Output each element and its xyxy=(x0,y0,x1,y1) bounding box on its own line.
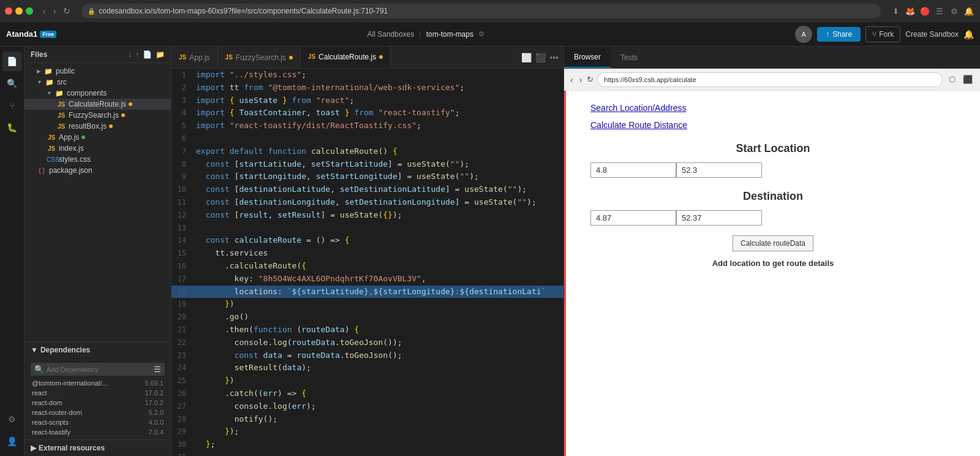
sandbox-settings-icon[interactable]: ⚙ xyxy=(478,30,484,38)
file-item-resultbox[interactable]: JS resultBox.js xyxy=(24,121,171,132)
fork-button[interactable]: ⑂ Fork xyxy=(865,26,900,42)
js-app-icon: JS xyxy=(47,134,56,141)
file-item-indexjs[interactable]: JS index.js xyxy=(24,143,171,154)
tab-browser[interactable]: Browser xyxy=(564,47,611,68)
preview-url-text: https://60xs9.csb.app/calculate xyxy=(604,76,696,83)
toolbar-right: A ↑ Share ⑂ Fork Create Sandbox 🔔 xyxy=(795,26,974,43)
editor-area: JS App.js JS FuzzySearch.js JS Calculate… xyxy=(172,47,564,456)
code-line-14: 14 const calculateRoute = () => { xyxy=(172,234,564,247)
code-line-20: 20 .go() xyxy=(172,311,564,324)
tab-appjs[interactable]: JS App.js xyxy=(172,47,218,68)
tab-fuzzysearch[interactable]: JS FuzzySearch.js xyxy=(218,47,301,68)
file-item-styles[interactable]: CSS styles.css xyxy=(24,154,171,165)
file-name-styles: styles.css xyxy=(59,155,91,164)
app-name: Atanda1 xyxy=(6,29,37,39)
preview-calculate-btn[interactable]: Calculate routeData xyxy=(733,235,813,251)
dep-item-reacttoastify: react-toastify 7.0.4 xyxy=(24,427,171,437)
chrome-maximize-btn[interactable] xyxy=(26,7,33,15)
tab-calculateroute-dot xyxy=(379,55,383,59)
user-avatar[interactable]: A xyxy=(795,26,812,43)
file-item-components[interactable]: ▼ 📁 components xyxy=(24,88,171,99)
add-dependency-search[interactable]: 🔍 ☰ xyxy=(31,363,165,376)
file-item-fuzzysearch[interactable]: JS FuzzySearch.js xyxy=(24,110,171,121)
dep-item-tomtom: @tomtom-international/... 5.69.1 xyxy=(24,378,171,388)
file-item-public[interactable]: ▶ 📁 public xyxy=(24,66,171,77)
chrome-ext-4[interactable]: ☰ xyxy=(933,7,946,16)
code-container[interactable]: 1 import "../styles.css"; 2 import tt fr… xyxy=(172,69,564,456)
chrome-minimize-btn[interactable] xyxy=(15,7,23,15)
icon-bar-account[interactable]: 👤 xyxy=(2,431,22,451)
chrome-ext-2[interactable]: 🦊 xyxy=(904,7,916,16)
dep-version-reactrouterdom: 5.2.0 xyxy=(149,409,164,416)
chrome-close-btn[interactable] xyxy=(5,7,12,15)
preview-refresh-btn[interactable]: ↻ xyxy=(587,75,594,84)
dep-name-reactrouterdom: react-router-dom xyxy=(32,409,82,416)
file-item-calculateroute[interactable]: JS CalculateRoute.js xyxy=(24,99,171,110)
folder-components-icon: 📁 xyxy=(55,89,64,97)
dependencies-header[interactable]: ▼ Dependencies xyxy=(24,341,171,358)
preview-link-calculate[interactable]: Calculate Route Distance xyxy=(590,120,956,130)
dep-menu-icon[interactable]: ☰ xyxy=(154,365,161,374)
new-folder-icon[interactable]: 📁 xyxy=(156,50,165,59)
tab-calculateroute[interactable]: JS CalculateRoute.js xyxy=(301,47,391,68)
tab-tests[interactable]: Tests xyxy=(611,47,647,68)
preview-url-bar[interactable]: https://60xs9.csb.app/calculate xyxy=(597,72,943,87)
preview-start-lat-input[interactable] xyxy=(590,162,676,178)
dep-item-reactdom: react-dom 17.0.2 xyxy=(24,398,171,408)
notification-icon[interactable]: 🔔 xyxy=(963,29,974,39)
sort-up-icon[interactable]: ↑ xyxy=(135,50,139,59)
chrome-ext-1[interactable]: ⬇ xyxy=(889,7,902,16)
folder-src-icon: 📁 xyxy=(45,78,55,86)
icon-bar-files[interactable]: 📄 xyxy=(2,51,22,71)
chrome-nav: ‹ › ↻ xyxy=(40,5,73,17)
breadcrumb-sandboxes[interactable]: All Sandboxes xyxy=(368,30,415,39)
chrome-refresh-btn[interactable]: ↻ xyxy=(61,5,73,17)
chrome-forward-btn[interactable]: › xyxy=(51,5,59,17)
preview-split-btn[interactable]: ⬛ xyxy=(960,74,975,85)
file-tree: ▶ 📁 public ▼ 📁 src ▼ 📁 components J xyxy=(24,63,171,341)
resultbox-modified-dot xyxy=(109,124,113,128)
app-logo: Atanda1 Free xyxy=(6,29,56,39)
preview-back-btn[interactable]: ‹ xyxy=(569,74,575,86)
create-sandbox-button[interactable]: Create Sandbox xyxy=(905,30,959,39)
icon-bar-git[interactable]: ⑂ xyxy=(2,96,22,115)
file-item-appjs[interactable]: JS App.js xyxy=(24,132,171,143)
external-resources-header[interactable]: ▶ External resources xyxy=(24,439,171,456)
preview-forward-btn[interactable]: › xyxy=(578,74,584,86)
lock-icon: 🔒 xyxy=(88,8,95,15)
preview-hint-text: Add location to get route details xyxy=(590,259,956,268)
preview-link-search[interactable]: Search Location/Address xyxy=(590,103,956,113)
chrome-traffic xyxy=(5,7,33,15)
preview-dest-lat-input[interactable] xyxy=(590,210,676,226)
tab-calculateroute-jsbadge: JS xyxy=(308,53,315,60)
chrome-ext-5[interactable]: ⚙ xyxy=(948,7,960,16)
deps-arrow-icon: ▼ xyxy=(31,346,38,354)
chrome-back-btn[interactable]: ‹ xyxy=(40,5,48,17)
deps-label: Dependencies xyxy=(40,346,90,354)
icon-bar-settings[interactable]: ⚙ xyxy=(2,409,22,429)
icon-bar-search[interactable]: 🔍 xyxy=(2,74,22,93)
json-package-icon: { } xyxy=(37,167,47,174)
js-resultbox-icon: JS xyxy=(56,123,66,130)
preview-open-external-btn[interactable]: ⬡ xyxy=(946,74,958,85)
more-options-icon[interactable]: ••• xyxy=(549,53,559,63)
dep-version-reacttoastify: 7.0.4 xyxy=(149,428,164,436)
file-item-packagejson[interactable]: { } package.json xyxy=(24,165,171,176)
chrome-address-bar[interactable]: 🔒 codesandbox.io/s/tom-tom-maps-60xs9?fi… xyxy=(81,4,881,18)
split-preview-icon[interactable]: ⬛ xyxy=(535,53,546,63)
preview-dest-lng-input[interactable] xyxy=(676,210,762,226)
sort-down-icon[interactable]: ↓ xyxy=(128,50,132,59)
add-dependency-input[interactable] xyxy=(47,366,151,373)
share-button[interactable]: ↑ Share xyxy=(817,27,861,42)
tab-fuzzysearch-label: FuzzySearch.js xyxy=(236,53,286,62)
search-icon: 🔍 xyxy=(34,365,44,374)
chrome-ext-3[interactable]: 🔴 xyxy=(919,7,931,16)
preview-dest-inputs xyxy=(590,210,956,226)
icon-bar-debug[interactable]: 🐛 xyxy=(2,118,22,137)
appjs-modified-dot xyxy=(81,135,85,139)
chrome-ext-6[interactable]: 🔔 xyxy=(963,7,975,16)
split-editor-icon[interactable]: ⬜ xyxy=(521,53,532,63)
new-file-icon[interactable]: 📄 xyxy=(143,50,152,59)
preview-start-lng-input[interactable] xyxy=(676,162,762,178)
file-item-src[interactable]: ▼ 📁 src xyxy=(24,77,171,88)
